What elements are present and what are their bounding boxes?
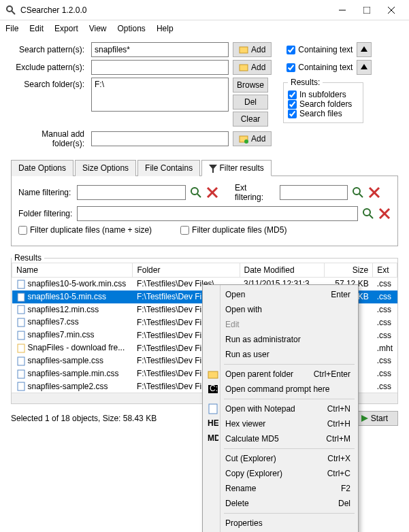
search-pattern-input[interactable] [91,42,229,57]
svg-text:HEX: HEX [208,418,218,428]
file-icon [16,318,26,327]
file-icon [16,280,26,289]
cm-md5[interactable]: MD5Calculate MD5Ctrl+M [205,431,356,446]
svg-marker-12 [209,165,217,173]
cm-copy[interactable]: Copy (Explorer)Ctrl+C [205,466,356,481]
tab-size-options[interactable]: Size Options [75,160,136,176]
col-date[interactable]: Date Modified [240,263,325,278]
menu-file[interactable]: File [5,24,18,33]
svg-rect-29 [18,331,24,339]
menu-export[interactable]: Export [54,24,78,33]
browse-button[interactable]: Browse [233,78,268,93]
file-icon [16,305,26,314]
cm-rename[interactable]: RenameF2 [205,481,356,496]
in-subfolders-check[interactable]: In subfolders [288,90,359,99]
svg-rect-27 [18,305,24,314]
svg-point-21 [363,209,370,216]
folder-filtering-input[interactable] [77,206,358,221]
svg-rect-6 [240,47,248,53]
add-exclude-button[interactable]: Add [233,60,272,75]
filter-tab-body: Name filtering: Ext filtering: Folder fi… [11,176,398,246]
svg-point-17 [353,188,360,195]
clear-button[interactable]: Clear [233,112,268,127]
cmd-icon: C:\ [208,384,218,395]
del-button[interactable]: Del [233,95,268,110]
tab-file-contains[interactable]: File Contains [137,160,200,176]
file-icon [16,382,26,391]
svg-point-0 [7,6,12,12]
move-up-1-button[interactable] [357,42,372,57]
manual-add-label: Manual add folder(s): [11,129,87,148]
ext-filtering-input[interactable] [280,185,348,200]
cm-open-parent[interactable]: Open parent folderCtrl+Enter [205,367,356,382]
search-folders-check[interactable]: Search folders [288,99,359,109]
containing-text-2[interactable]: Containing text [287,63,353,72]
svg-rect-33 [18,382,24,390]
col-name[interactable]: Name [12,263,133,278]
arrow-up-icon [361,64,367,71]
search-icon[interactable] [190,186,202,199]
minimize-button[interactable] [330,0,355,20]
folder-icon [208,369,218,380]
svg-point-13 [191,188,198,195]
cm-notepad[interactable]: Open with NotepadCtrl+N [205,401,356,416]
tab-date-options[interactable]: Date Options [11,160,73,176]
containing-text-1[interactable]: Containing text [287,45,353,54]
menu-view[interactable]: View [89,24,107,33]
cm-delete[interactable]: DeleteDel [205,496,356,511]
search-folder-input[interactable]: F:\ [91,78,229,112]
options-tabs: Date Options Size Options File Contains … [11,159,398,176]
search-files-check[interactable]: Search files [288,109,359,118]
exclude-pattern-input[interactable] [91,60,229,75]
clear-icon[interactable] [368,186,380,199]
svg-line-14 [197,194,201,197]
svg-rect-28 [18,318,24,327]
tab-filter-results[interactable]: Filter results [201,160,272,176]
col-ext[interactable]: Ext [373,263,397,278]
menu-options[interactable]: Options [118,24,146,33]
menu-help[interactable]: Help [157,24,174,33]
title-bar: CSearcher 1.2.0.0 [0,0,409,20]
cm-properties[interactable]: Properties [205,516,356,531]
exclude-pattern-label: Exclude pattern(s): [11,63,87,72]
dup-md5-check[interactable]: Filter duplicate files (MD5) [180,225,287,235]
svg-rect-26 [18,293,24,301]
svg-rect-38 [209,404,217,414]
file-icon [16,293,26,302]
clear-icon[interactable] [378,207,391,220]
col-folder[interactable]: Folder [133,263,240,278]
dup-name-size-check[interactable]: Filter duplicate files (name + size) [18,225,152,235]
folder-filtering-label: Folder filtering: [18,209,73,218]
cm-open[interactable]: OpenEnter [205,287,356,302]
results-options-legend: Results: [288,78,323,87]
add-manual-button[interactable]: Add [233,131,272,146]
svg-marker-34 [361,415,368,422]
add-pattern-button[interactable]: Add [233,42,272,57]
svg-marker-7 [361,46,367,52]
close-button[interactable] [379,0,404,20]
play-icon [361,415,368,422]
md5-icon: MD5 [208,433,218,444]
svg-point-11 [244,139,248,144]
name-filtering-label: Name filtering: [18,188,73,197]
results-legend: Results [12,253,44,263]
col-size[interactable]: Size [325,263,373,278]
svg-text:MD5: MD5 [208,433,218,443]
cm-cut[interactable]: Cut (Explorer)Ctrl+X [205,451,356,466]
cm-run-user[interactable]: Run as user [205,347,356,362]
cm-open-with[interactable]: Open with [205,302,356,317]
svg-line-18 [359,194,363,197]
search-icon[interactable] [362,207,374,220]
menu-edit[interactable]: Edit [29,24,44,33]
move-up-2-button[interactable] [357,60,372,75]
cm-open-cmd[interactable]: C:\Open command prompt here [205,382,356,397]
name-filtering-input[interactable] [77,185,186,200]
cm-run-admin[interactable]: Run as administrator [205,332,356,347]
cm-hex[interactable]: HEXHex viewerCtrl+H [205,416,356,431]
file-icon [16,331,26,340]
manual-add-input[interactable] [91,131,229,146]
maximize-button[interactable] [355,0,379,20]
notepad-icon [208,403,218,414]
clear-icon[interactable] [206,186,218,199]
search-icon[interactable] [352,186,364,199]
